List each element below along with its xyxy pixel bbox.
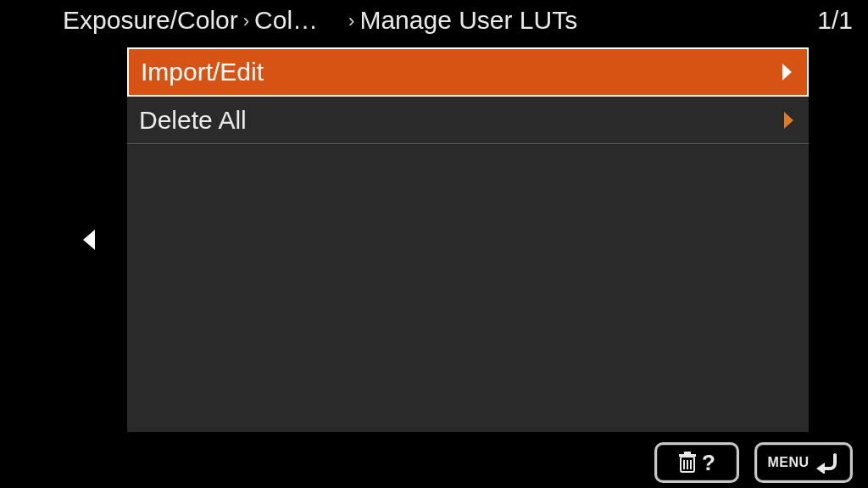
page-indicator: 1/1 <box>817 6 853 35</box>
trash-icon <box>678 452 697 474</box>
caret-left-icon <box>83 230 95 250</box>
chevron-right-icon: › <box>243 10 249 32</box>
breadcrumb-seg-0: Exposure/Color <box>63 6 238 35</box>
breadcrumb-seg-1: Col… <box>254 6 318 35</box>
menu-list: Import/Edit Delete All <box>127 47 809 432</box>
svg-rect-2 <box>684 452 691 454</box>
chevron-right-icon <box>782 64 792 80</box>
chevron-right-icon: › <box>348 10 354 32</box>
svg-marker-6 <box>816 463 825 474</box>
svg-rect-1 <box>679 454 696 457</box>
menu-item-label: Import/Edit <box>141 58 782 86</box>
chevron-right-icon <box>784 112 793 129</box>
breadcrumb: Exposure/Color › Col… › Manage User LUTs… <box>0 0 868 41</box>
question-mark-icon: ? <box>702 450 715 476</box>
breadcrumb-seg-2: Manage User LUTs <box>359 6 577 35</box>
help-button[interactable]: ? <box>654 442 739 483</box>
menu-back-button[interactable]: MENU <box>754 442 853 483</box>
camera-menu-screen: Exposure/Color › Col… › Manage User LUTs… <box>0 0 868 488</box>
menu-label: MENU <box>767 455 809 470</box>
menu-item-delete-all[interactable]: Delete All <box>127 97 809 144</box>
return-arrow-icon <box>815 452 840 474</box>
sidebar-back[interactable] <box>59 47 127 432</box>
footer-buttons: ? MENU <box>654 442 853 483</box>
menu-item-import-edit[interactable]: Import/Edit <box>127 47 809 97</box>
menu-item-label: Delete All <box>139 106 784 135</box>
